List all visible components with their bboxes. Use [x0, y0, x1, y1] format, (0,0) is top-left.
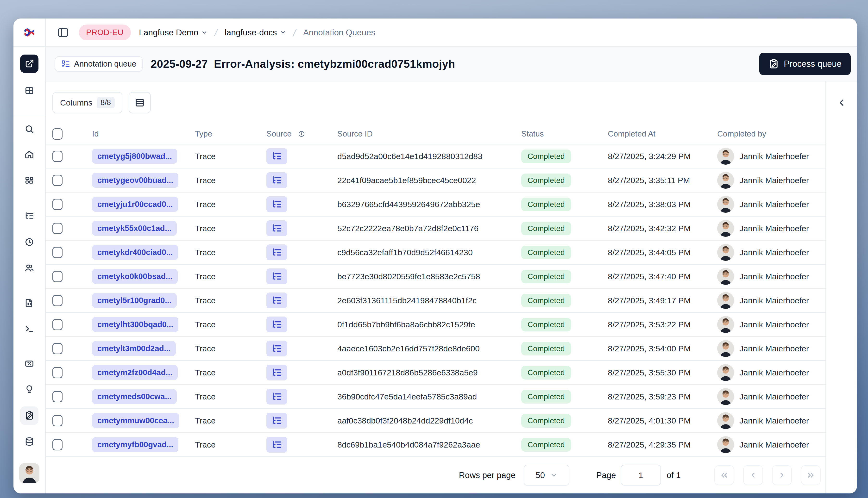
item-id-link[interactable]: cmetyko0k00bsad... [92, 269, 178, 284]
column-header-completed-at[interactable]: Completed At [608, 129, 717, 139]
item-id-link[interactable]: cmetyl5r100grad0... [92, 293, 177, 308]
top-header: PROD-EU Langfuse Demo / langfuse-docs / … [13, 18, 857, 47]
item-id-link[interactable]: cmetymyfb00gvad... [92, 437, 178, 452]
collapse-panel-button[interactable] [833, 94, 850, 111]
status-badge: Completed [521, 318, 571, 331]
trace-source-button[interactable] [267, 245, 287, 260]
row-checkbox[interactable] [52, 439, 63, 450]
item-id-link[interactable]: cmetyju1r00ccad0... [92, 197, 178, 212]
item-id-link[interactable]: cmetylt3m00d2ad... [92, 341, 176, 356]
row-checkbox[interactable] [52, 367, 63, 378]
sidebar-item-playground[interactable] [20, 320, 38, 338]
item-id-link[interactable]: cmetygeov00buad... [92, 173, 178, 188]
table-row[interactable]: cmetylt3m00d2ad... Trace 4aaece1603cb2e1… [46, 337, 826, 361]
sidebar-item-datasets[interactable] [20, 432, 38, 451]
sidebar-item-insights[interactable] [20, 380, 38, 398]
annotation-queue-chip[interactable]: Annotation queue [55, 56, 143, 71]
trace-source-button[interactable] [267, 316, 287, 332]
row-checkbox[interactable] [52, 343, 63, 354]
table-row[interactable]: cmetyju1r00ccad0... Trace b63297665cfd44… [46, 193, 826, 217]
table-row[interactable]: cmetym2fz00d4ad... Trace a0df3f901167218… [46, 361, 826, 385]
user-avatar[interactable] [19, 463, 39, 483]
columns-button[interactable]: Columns 8/8 [52, 92, 122, 113]
environment-badge[interactable]: PROD-EU [79, 25, 131, 40]
trace-source-button[interactable] [267, 196, 287, 212]
table-row[interactable]: cmetymmuw00cea... Trace aaf0c38db0f3f204… [46, 409, 826, 433]
row-checkbox[interactable] [52, 415, 63, 427]
item-id-link[interactable]: cmetyg5j800bwad... [92, 149, 177, 164]
table-row[interactable]: cmetylht300bqad0... Trace 0f1dd65b7bb9bf… [46, 313, 826, 337]
trace-source-button[interactable] [267, 365, 287, 380]
trace-source-button[interactable] [267, 292, 287, 309]
sidebar-item-prompts[interactable] [20, 294, 38, 312]
item-id-link[interactable]: cmetym2fz00d4ad... [92, 365, 178, 380]
org-selector[interactable]: Langfuse Demo [139, 28, 207, 37]
sidebar-item-home[interactable] [20, 145, 38, 164]
langfuse-logo[interactable] [13, 18, 46, 47]
table-row[interactable]: cmetyk55x00c1ad... Trace 52c72c2222ea78e… [46, 217, 826, 240]
row-checkbox[interactable] [52, 199, 63, 210]
page-number-input[interactable] [621, 465, 661, 485]
next-page-button[interactable] [772, 465, 792, 485]
sidebar-item-evaluation[interactable] [20, 354, 38, 373]
item-id-link[interactable]: cmetykdr400ciad0... [92, 245, 178, 260]
trace-source-button[interactable] [267, 148, 287, 164]
table-row[interactable]: cmetymeds00cwa... Trace 36b90cdfc47e5da1… [46, 385, 826, 409]
table-row[interactable]: cmetyg5j800bwad... Trace d5ad9d52a00c6e1… [46, 144, 826, 169]
column-header-source[interactable]: Source [267, 129, 337, 139]
trace-source-button[interactable] [267, 268, 287, 284]
trace-source-button[interactable] [267, 389, 287, 405]
trace-source-button[interactable] [267, 437, 287, 453]
chevron-down-icon [201, 29, 207, 36]
last-page-button[interactable] [801, 465, 821, 485]
completed-at: 8/27/2025, 3:59:23 PM [608, 392, 690, 402]
item-id-link[interactable]: cmetylht300bqad0... [92, 317, 178, 332]
process-queue-button[interactable]: Process queue [759, 53, 851, 75]
sidebar-item-tables[interactable] [20, 81, 38, 100]
completed-by-name: Jannik Maierhoefer [739, 176, 809, 185]
project-selector[interactable]: langfuse-docs [224, 28, 286, 37]
row-checkbox[interactable] [52, 223, 63, 234]
table-row[interactable]: cmetygeov00buad... Trace 22c41f09acae5b1… [46, 169, 826, 193]
sidebar-item-annotation-queues[interactable] [20, 406, 38, 425]
item-type: Trace [195, 392, 216, 402]
rows-per-page-select[interactable]: 50 [524, 465, 569, 485]
pagination-footer: Rows per page 50 Page of 1 [46, 457, 826, 494]
breadcrumb-current-page[interactable]: Annotation Queues [303, 28, 375, 37]
sidebar-item-sessions[interactable] [20, 233, 38, 251]
sidebar-item-tracing[interactable] [20, 207, 38, 225]
trace-source-button[interactable] [267, 220, 287, 236]
column-header-completed-by[interactable]: Completed by [717, 129, 826, 139]
sidebar-item-users[interactable] [20, 259, 38, 277]
first-page-button[interactable] [714, 465, 734, 485]
row-checkbox[interactable] [52, 295, 63, 306]
row-checkbox[interactable] [52, 247, 63, 258]
row-checkbox[interactable] [52, 271, 63, 282]
sidebar-toggle-button[interactable] [55, 25, 71, 40]
row-height-button[interactable] [129, 92, 151, 113]
trace-source-button[interactable] [267, 172, 287, 188]
table-row[interactable]: cmetyl5r100grad0... Trace 2e603f31361115… [46, 289, 826, 313]
table-row[interactable]: cmetyko0k00bsad... Trace be7723e30d80205… [46, 265, 826, 289]
column-header-status[interactable]: Status [521, 129, 608, 139]
item-id-link[interactable]: cmetymeds00cwa... [92, 389, 177, 404]
sidebar-item-dashboards[interactable] [20, 172, 38, 190]
column-header-id[interactable]: Id [92, 129, 195, 139]
item-id-link[interactable]: cmetyk55x00c1ad... [92, 221, 177, 236]
row-checkbox[interactable] [52, 391, 63, 402]
row-checkbox[interactable] [52, 175, 63, 186]
row-checkbox[interactable] [52, 319, 63, 330]
trace-source-button[interactable] [267, 413, 287, 429]
column-header-type[interactable]: Type [195, 129, 267, 139]
table-row[interactable]: cmetykdr400ciad0... Trace c9d56ca32efaff… [46, 240, 826, 265]
row-checkbox[interactable] [52, 151, 63, 162]
info-icon[interactable] [298, 130, 305, 137]
sidebar-item-open-external[interactable] [20, 55, 38, 73]
previous-page-button[interactable] [743, 465, 763, 485]
trace-source-button[interactable] [267, 341, 287, 356]
column-header-source-id[interactable]: Source ID [337, 129, 521, 139]
table-row[interactable]: cmetymyfb00gvad... Trace 8dc69b1ba1e540b… [46, 433, 826, 457]
item-id-link[interactable]: cmetymmuw00cea... [92, 413, 179, 428]
sidebar-item-search[interactable] [20, 120, 38, 138]
select-all-checkbox[interactable] [52, 128, 63, 140]
